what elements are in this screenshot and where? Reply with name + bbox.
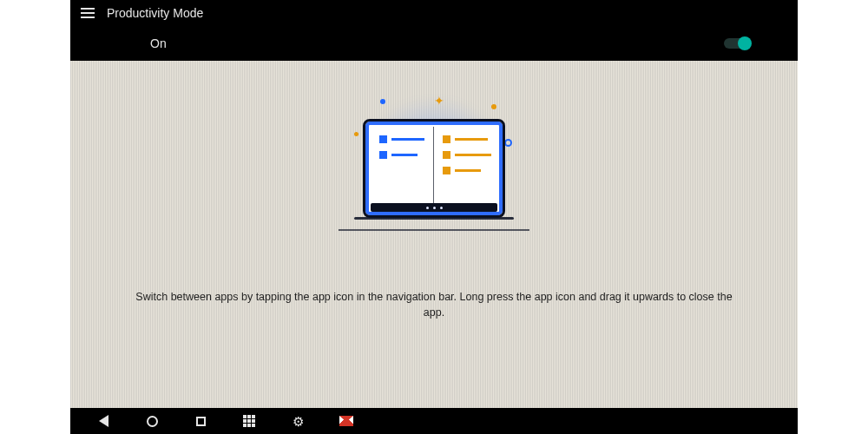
sparkle-ring-icon — [504, 139, 512, 147]
sparkle-dot-icon — [491, 104, 496, 109]
app-bar: Productivity Mode — [70, 0, 798, 26]
back-icon[interactable] — [96, 414, 110, 428]
mode-toggle-switch[interactable] — [724, 37, 750, 49]
app-drawer-icon[interactable] — [242, 414, 256, 428]
page-title: Productivity Mode — [107, 6, 203, 20]
gmail-icon[interactable] — [339, 414, 353, 428]
hamburger-menu-icon[interactable] — [81, 8, 95, 18]
sparkle-dot-icon — [354, 132, 358, 136]
toggle-label: On — [150, 36, 167, 50]
content-area: ✦ Switch between apps by — [70, 61, 798, 408]
tablet-illustration — [363, 119, 505, 218]
illustration: ✦ — [330, 94, 538, 250]
home-icon[interactable] — [145, 414, 159, 428]
navigation-bar: ⚙ — [70, 408, 798, 434]
sparkle-dot-icon — [380, 99, 385, 104]
device-screen: Productivity Mode On ✦ — [70, 0, 798, 434]
instruction-text: Switch between apps by tapping the app i… — [104, 290, 764, 320]
mode-toggle-row[interactable]: On — [70, 26, 798, 61]
sparkle-star-icon: ✦ — [434, 94, 444, 108]
settings-icon[interactable]: ⚙ — [291, 414, 305, 428]
recent-apps-icon[interactable] — [194, 414, 207, 428]
